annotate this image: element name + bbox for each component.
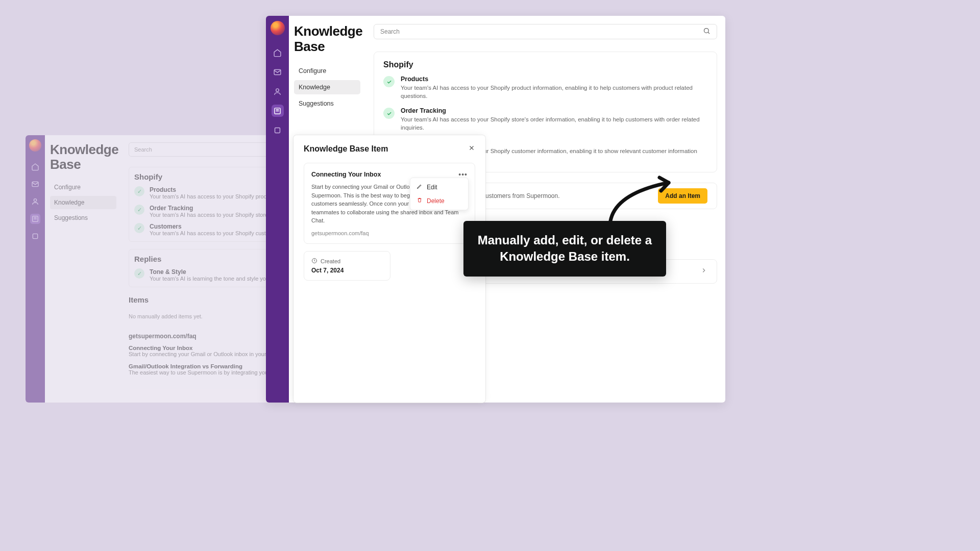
svg-point-1 (34, 199, 36, 202)
search-icon (703, 27, 710, 36)
chevron-right-icon (700, 267, 707, 276)
nav-rail (266, 16, 289, 403)
settings-icon[interactable] (272, 124, 284, 136)
shopify-row: ProductsYour team's AI has access to you… (383, 76, 707, 100)
inbox-icon[interactable] (272, 66, 284, 78)
person-icon (30, 196, 40, 207)
bg-sub-nav: Knowledge Base Configure Knowledge Sugge… (45, 135, 121, 403)
modal-title: Knowledge Base Item (304, 144, 388, 154)
clock-icon (311, 258, 317, 265)
svg-rect-7 (275, 128, 280, 133)
logo-icon (29, 139, 41, 152)
page-title: Knowledge Base (294, 24, 360, 55)
nav-configure: Configure (50, 181, 116, 194)
menu-delete[interactable]: Delete (410, 194, 468, 208)
svg-point-8 (704, 29, 709, 33)
check-icon (383, 108, 395, 119)
row-title: Products (401, 76, 707, 83)
knowledge-icon (30, 214, 40, 224)
shopify-row: Order TrackingYour team's AI has access … (383, 107, 707, 132)
home-icon[interactable] (272, 46, 284, 59)
trash-icon (416, 197, 423, 205)
pencil-icon (416, 183, 423, 191)
callout-tooltip: Manually add, edit, or delete a Knowledg… (463, 221, 666, 277)
row-desc: Your team's AI has access to your Shopif… (401, 84, 707, 100)
kb-item-modal: Knowledge Base Item Connecting Your Inbo… (293, 135, 485, 403)
section-shopify: Shopify (383, 60, 707, 69)
search-placeholder: Search (380, 28, 400, 35)
page-title: Knowledge Base (50, 142, 116, 171)
context-menu: Edit Delete (410, 178, 469, 210)
svg-rect-3 (33, 234, 37, 238)
search-input[interactable]: Search (374, 24, 717, 39)
check-icon (383, 76, 395, 87)
kb-item-card: Connecting Your Inbox ••• Start by conne… (304, 163, 475, 244)
menu-edit-label: Edit (427, 184, 437, 191)
nav-suggestions[interactable]: Suggestions (294, 96, 360, 111)
row-title: Order Tracking (401, 107, 707, 114)
nav-suggestions: Suggestions (50, 211, 116, 224)
nav-configure[interactable]: Configure (294, 64, 360, 78)
bg-nav-rail (26, 135, 45, 403)
person-icon[interactable] (272, 85, 284, 97)
settings-icon (30, 231, 40, 241)
menu-delete-label: Delete (427, 197, 445, 205)
logo-icon[interactable] (271, 21, 285, 35)
nav-knowledge: Knowledge (50, 196, 116, 209)
svg-point-5 (276, 88, 279, 91)
row-desc: Your team's AI has access to your Shopif… (401, 115, 707, 132)
created-label: Created (321, 258, 340, 264)
item-url: getsupermoon.com/faq (311, 230, 468, 236)
created-value: Oct 7, 2024 (311, 267, 383, 274)
nav-knowledge[interactable]: Knowledge (294, 80, 360, 94)
item-title: Connecting Your Inbox (311, 171, 381, 178)
created-meta: Created Oct 7, 2024 (304, 251, 390, 281)
tooltip-text: Manually add, edit, or delete a Knowledg… (476, 232, 654, 265)
inbox-icon (30, 179, 40, 189)
menu-edit[interactable]: Edit (410, 180, 468, 194)
close-icon[interactable] (468, 144, 475, 154)
knowledge-icon[interactable] (272, 105, 284, 117)
home-icon (30, 162, 40, 172)
